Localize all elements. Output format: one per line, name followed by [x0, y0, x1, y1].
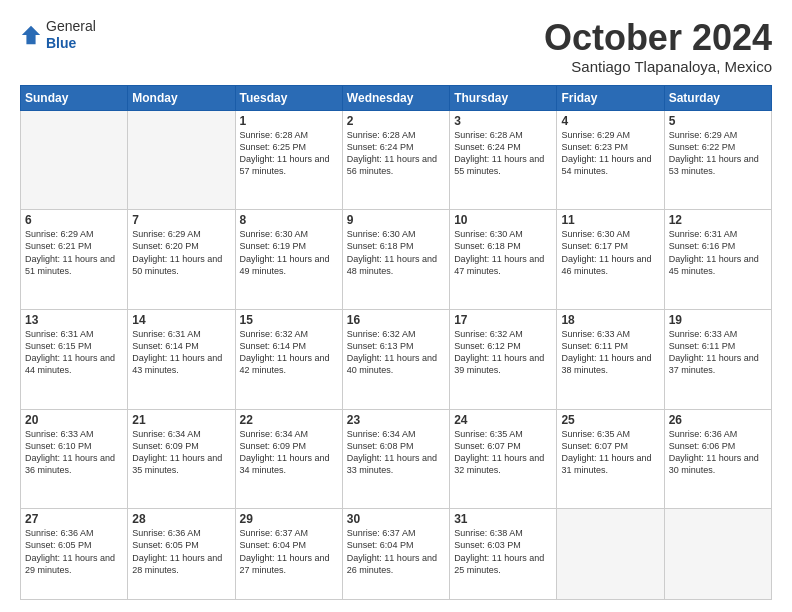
day-number: 21	[132, 413, 230, 427]
cell-info: Sunrise: 6:38 AM Sunset: 6:03 PM Dayligh…	[454, 527, 552, 576]
cell-info: Sunrise: 6:29 AM Sunset: 6:21 PM Dayligh…	[25, 228, 123, 277]
calendar-cell: 28Sunrise: 6:36 AM Sunset: 6:05 PM Dayli…	[128, 509, 235, 600]
cell-info: Sunrise: 6:35 AM Sunset: 6:07 PM Dayligh…	[561, 428, 659, 477]
calendar-cell: 17Sunrise: 6:32 AM Sunset: 6:12 PM Dayli…	[450, 309, 557, 409]
day-number: 4	[561, 114, 659, 128]
cell-info: Sunrise: 6:30 AM Sunset: 6:19 PM Dayligh…	[240, 228, 338, 277]
day-number: 11	[561, 213, 659, 227]
day-number: 30	[347, 512, 445, 526]
calendar-cell: 3Sunrise: 6:28 AM Sunset: 6:24 PM Daylig…	[450, 110, 557, 210]
calendar-cell: 18Sunrise: 6:33 AM Sunset: 6:11 PM Dayli…	[557, 309, 664, 409]
cell-info: Sunrise: 6:28 AM Sunset: 6:24 PM Dayligh…	[454, 129, 552, 178]
calendar-week-row: 1Sunrise: 6:28 AM Sunset: 6:25 PM Daylig…	[21, 110, 772, 210]
cell-info: Sunrise: 6:32 AM Sunset: 6:14 PM Dayligh…	[240, 328, 338, 377]
day-number: 22	[240, 413, 338, 427]
calendar-week-row: 20Sunrise: 6:33 AM Sunset: 6:10 PM Dayli…	[21, 409, 772, 509]
calendar-cell: 11Sunrise: 6:30 AM Sunset: 6:17 PM Dayli…	[557, 210, 664, 310]
cell-info: Sunrise: 6:36 AM Sunset: 6:05 PM Dayligh…	[25, 527, 123, 576]
calendar-cell: 20Sunrise: 6:33 AM Sunset: 6:10 PM Dayli…	[21, 409, 128, 509]
day-number: 1	[240, 114, 338, 128]
calendar-cell	[664, 509, 771, 600]
calendar-header-row: SundayMondayTuesdayWednesdayThursdayFrid…	[21, 85, 772, 110]
day-number: 19	[669, 313, 767, 327]
calendar-cell: 21Sunrise: 6:34 AM Sunset: 6:09 PM Dayli…	[128, 409, 235, 509]
calendar-week-row: 27Sunrise: 6:36 AM Sunset: 6:05 PM Dayli…	[21, 509, 772, 600]
cell-info: Sunrise: 6:31 AM Sunset: 6:14 PM Dayligh…	[132, 328, 230, 377]
day-number: 18	[561, 313, 659, 327]
cell-info: Sunrise: 6:33 AM Sunset: 6:11 PM Dayligh…	[669, 328, 767, 377]
day-number: 12	[669, 213, 767, 227]
calendar-cell	[557, 509, 664, 600]
cell-info: Sunrise: 6:31 AM Sunset: 6:15 PM Dayligh…	[25, 328, 123, 377]
cell-info: Sunrise: 6:30 AM Sunset: 6:18 PM Dayligh…	[454, 228, 552, 277]
logo-icon	[20, 24, 42, 46]
day-number: 17	[454, 313, 552, 327]
day-number: 14	[132, 313, 230, 327]
cell-info: Sunrise: 6:37 AM Sunset: 6:04 PM Dayligh…	[240, 527, 338, 576]
logo-text: General Blue	[46, 18, 96, 52]
calendar-cell: 31Sunrise: 6:38 AM Sunset: 6:03 PM Dayli…	[450, 509, 557, 600]
calendar-cell	[21, 110, 128, 210]
calendar-cell: 25Sunrise: 6:35 AM Sunset: 6:07 PM Dayli…	[557, 409, 664, 509]
logo-blue: Blue	[46, 35, 96, 52]
calendar-cell: 27Sunrise: 6:36 AM Sunset: 6:05 PM Dayli…	[21, 509, 128, 600]
calendar-cell: 13Sunrise: 6:31 AM Sunset: 6:15 PM Dayli…	[21, 309, 128, 409]
day-number: 6	[25, 213, 123, 227]
cell-info: Sunrise: 6:34 AM Sunset: 6:09 PM Dayligh…	[132, 428, 230, 477]
day-number: 25	[561, 413, 659, 427]
calendar-cell: 7Sunrise: 6:29 AM Sunset: 6:20 PM Daylig…	[128, 210, 235, 310]
logo: General Blue	[20, 18, 96, 52]
month-title: October 2024	[544, 18, 772, 58]
day-number: 13	[25, 313, 123, 327]
cell-info: Sunrise: 6:28 AM Sunset: 6:25 PM Dayligh…	[240, 129, 338, 178]
cell-info: Sunrise: 6:29 AM Sunset: 6:22 PM Dayligh…	[669, 129, 767, 178]
calendar-cell: 5Sunrise: 6:29 AM Sunset: 6:22 PM Daylig…	[664, 110, 771, 210]
calendar-week-row: 13Sunrise: 6:31 AM Sunset: 6:15 PM Dayli…	[21, 309, 772, 409]
calendar-cell: 10Sunrise: 6:30 AM Sunset: 6:18 PM Dayli…	[450, 210, 557, 310]
cell-info: Sunrise: 6:30 AM Sunset: 6:17 PM Dayligh…	[561, 228, 659, 277]
day-number: 29	[240, 512, 338, 526]
day-number: 24	[454, 413, 552, 427]
calendar-cell: 15Sunrise: 6:32 AM Sunset: 6:14 PM Dayli…	[235, 309, 342, 409]
calendar-cell	[128, 110, 235, 210]
cell-info: Sunrise: 6:33 AM Sunset: 6:10 PM Dayligh…	[25, 428, 123, 477]
calendar-cell: 30Sunrise: 6:37 AM Sunset: 6:04 PM Dayli…	[342, 509, 449, 600]
calendar-week-row: 6Sunrise: 6:29 AM Sunset: 6:21 PM Daylig…	[21, 210, 772, 310]
svg-marker-0	[22, 26, 40, 44]
cell-info: Sunrise: 6:32 AM Sunset: 6:12 PM Dayligh…	[454, 328, 552, 377]
page: General Blue October 2024 Santiago Tlapa…	[0, 0, 792, 612]
logo-general: General	[46, 18, 96, 35]
calendar-cell: 24Sunrise: 6:35 AM Sunset: 6:07 PM Dayli…	[450, 409, 557, 509]
header: General Blue October 2024 Santiago Tlapa…	[20, 18, 772, 75]
cell-info: Sunrise: 6:34 AM Sunset: 6:08 PM Dayligh…	[347, 428, 445, 477]
cell-info: Sunrise: 6:36 AM Sunset: 6:06 PM Dayligh…	[669, 428, 767, 477]
cell-info: Sunrise: 6:37 AM Sunset: 6:04 PM Dayligh…	[347, 527, 445, 576]
day-number: 8	[240, 213, 338, 227]
calendar-cell: 29Sunrise: 6:37 AM Sunset: 6:04 PM Dayli…	[235, 509, 342, 600]
cell-info: Sunrise: 6:30 AM Sunset: 6:18 PM Dayligh…	[347, 228, 445, 277]
cell-info: Sunrise: 6:31 AM Sunset: 6:16 PM Dayligh…	[669, 228, 767, 277]
day-number: 9	[347, 213, 445, 227]
calendar-cell: 2Sunrise: 6:28 AM Sunset: 6:24 PM Daylig…	[342, 110, 449, 210]
calendar-cell: 1Sunrise: 6:28 AM Sunset: 6:25 PM Daylig…	[235, 110, 342, 210]
day-number: 26	[669, 413, 767, 427]
calendar-cell: 19Sunrise: 6:33 AM Sunset: 6:11 PM Dayli…	[664, 309, 771, 409]
weekday-header-tuesday: Tuesday	[235, 85, 342, 110]
weekday-header-friday: Friday	[557, 85, 664, 110]
calendar-cell: 23Sunrise: 6:34 AM Sunset: 6:08 PM Dayli…	[342, 409, 449, 509]
calendar-cell: 22Sunrise: 6:34 AM Sunset: 6:09 PM Dayli…	[235, 409, 342, 509]
weekday-header-monday: Monday	[128, 85, 235, 110]
day-number: 28	[132, 512, 230, 526]
calendar-cell: 26Sunrise: 6:36 AM Sunset: 6:06 PM Dayli…	[664, 409, 771, 509]
weekday-header-wednesday: Wednesday	[342, 85, 449, 110]
cell-info: Sunrise: 6:29 AM Sunset: 6:23 PM Dayligh…	[561, 129, 659, 178]
day-number: 27	[25, 512, 123, 526]
day-number: 2	[347, 114, 445, 128]
calendar-cell: 12Sunrise: 6:31 AM Sunset: 6:16 PM Dayli…	[664, 210, 771, 310]
cell-info: Sunrise: 6:32 AM Sunset: 6:13 PM Dayligh…	[347, 328, 445, 377]
day-number: 3	[454, 114, 552, 128]
title-block: October 2024 Santiago Tlapanaloya, Mexic…	[544, 18, 772, 75]
cell-info: Sunrise: 6:36 AM Sunset: 6:05 PM Dayligh…	[132, 527, 230, 576]
weekday-header-sunday: Sunday	[21, 85, 128, 110]
cell-info: Sunrise: 6:35 AM Sunset: 6:07 PM Dayligh…	[454, 428, 552, 477]
